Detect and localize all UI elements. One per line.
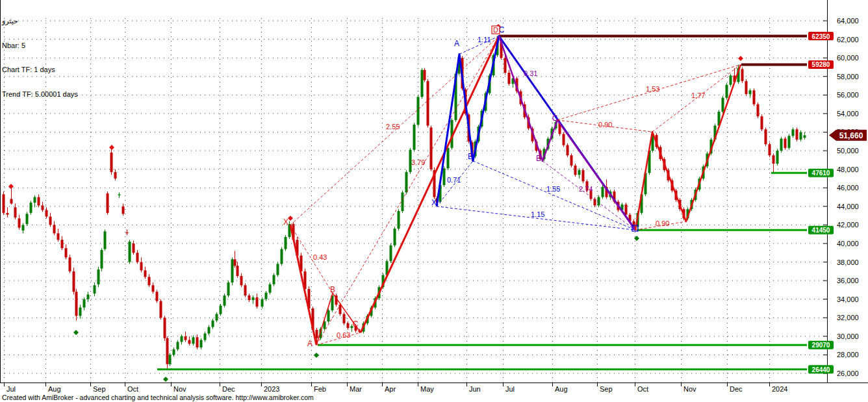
candle-down	[316, 330, 318, 338]
pattern-point-label: X	[283, 218, 288, 227]
candle-down	[140, 262, 143, 271]
candle-down	[3, 194, 5, 213]
x-tick-label: 2023	[264, 385, 279, 393]
y-tick-label: 48,000	[837, 166, 859, 173]
candle-up	[129, 242, 131, 262]
y-tick-label: 42,000	[837, 221, 859, 229]
candle-up	[192, 337, 195, 344]
candle-up	[204, 334, 207, 340]
candle-up	[421, 70, 424, 97]
candle-up	[231, 259, 234, 283]
candle-down	[14, 207, 17, 218]
candle-up	[97, 270, 100, 284]
candle-down	[430, 127, 433, 169]
candle-up	[749, 90, 752, 94]
candle-down	[69, 257, 71, 271]
candle-down	[122, 207, 125, 214]
candle-down	[769, 144, 771, 155]
candle-down	[745, 81, 748, 94]
pattern-red-xabcd-2023-rally: XABC0.430.632.553.79	[283, 36, 499, 348]
candle-down	[136, 253, 139, 262]
y-tick-label: 62,000	[837, 36, 859, 44]
y-tick-label: 40,000	[837, 240, 859, 247]
pattern-point-label: B	[536, 154, 541, 163]
candle-down	[772, 155, 775, 164]
candle-down	[753, 90, 756, 104]
pattern-dashed-line	[316, 36, 499, 345]
price-level-lines	[157, 36, 807, 370]
x-tick-label: Dec	[222, 385, 235, 393]
candle-down	[61, 240, 64, 248]
pattern-ratio-label: 0.90	[656, 220, 669, 227]
x-tick-label: Oct	[127, 385, 138, 393]
y-tick-label: 60,000	[837, 54, 859, 62]
candle-up	[212, 321, 214, 327]
candle-down	[761, 116, 763, 129]
candle-up	[390, 245, 392, 261]
pivot-diamond	[738, 56, 743, 61]
y-tick-label: 44,000	[837, 203, 859, 210]
candle-down	[57, 233, 60, 240]
candle-up	[394, 229, 396, 245]
candle-down	[144, 270, 147, 277]
y-tick-label: 46,000	[837, 184, 859, 192]
x-tick-label: May	[420, 385, 434, 393]
candle-down	[65, 248, 68, 257]
pattern-line	[290, 225, 316, 345]
candle-down	[49, 217, 52, 225]
candle-down	[347, 323, 350, 328]
candle-up	[181, 336, 183, 342]
amibroker-chart-window: XABC0.430.632.553.79XABC1.110.711.151.55…	[0, 0, 868, 402]
candle-down	[126, 232, 129, 233]
y-tick-label: 28,000	[837, 351, 859, 358]
candle-up	[169, 355, 172, 364]
y-tick-label: 30,000	[837, 333, 859, 340]
candle-up	[413, 125, 416, 150]
pattern-point-label: A	[454, 39, 459, 48]
x-tick-label: Jul	[505, 385, 515, 393]
candle-down	[741, 69, 744, 81]
x-axis-labels: JulAugSepOctNovDec2023FebMarAprMayJunJul…	[5, 383, 788, 393]
candle-down	[73, 271, 75, 292]
candle-down	[796, 129, 798, 140]
candle-down	[248, 295, 251, 300]
candle-up	[722, 98, 724, 112]
candle-up	[804, 135, 806, 138]
candle-down	[504, 58, 507, 73]
candle-up	[402, 192, 404, 211]
candle-down	[757, 105, 760, 117]
y-tick-label: 36,000	[837, 277, 859, 284]
pattern-ratio-label: 0.43	[313, 253, 327, 261]
pattern-point-label: C	[552, 114, 558, 123]
price-tag-text: 47610	[812, 170, 830, 177]
candle-down	[256, 297, 259, 307]
candle-up	[252, 297, 255, 300]
pivot-diamond	[314, 353, 319, 358]
candle-down	[164, 318, 166, 338]
candle-down	[110, 153, 113, 172]
candle-down	[188, 340, 191, 344]
pattern-point-label: X	[431, 198, 437, 207]
y-tick-label: 58,000	[837, 73, 859, 81]
pattern-line	[361, 36, 499, 333]
candle-down	[343, 314, 346, 323]
candle-down	[574, 166, 577, 175]
price-chart-canvas[interactable]: XABC0.430.632.553.79XABC1.110.711.151.55…	[0, 0, 868, 402]
candle-up	[220, 306, 222, 314]
candle-up	[87, 295, 90, 299]
candle-up	[261, 299, 264, 307]
candle-down	[424, 70, 426, 81]
pattern-point-label: A	[307, 339, 313, 348]
candle-up	[216, 314, 218, 321]
candle-up	[726, 85, 728, 98]
candle-up	[118, 194, 121, 195]
candle-up	[730, 75, 732, 84]
y-tick-label: 38,000	[837, 258, 859, 266]
price-tag-text: 41450	[812, 227, 830, 234]
x-tick-label: Aug	[555, 385, 568, 393]
x-tick-label: Sep	[93, 385, 106, 393]
candle-up	[208, 327, 211, 334]
candle-up	[780, 138, 783, 151]
price-tag-text: 29070	[812, 342, 830, 349]
pivot-markers: D	[8, 24, 743, 382]
